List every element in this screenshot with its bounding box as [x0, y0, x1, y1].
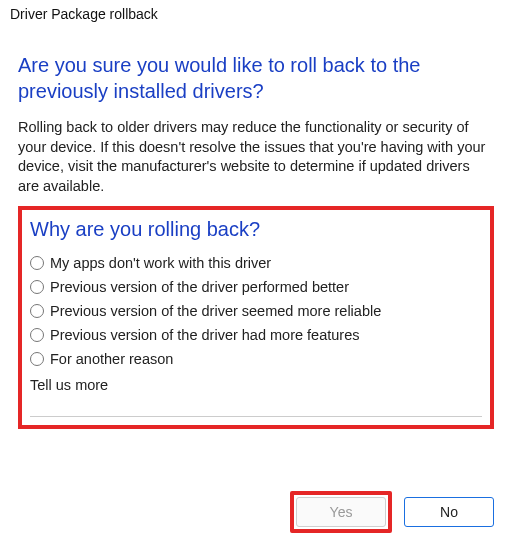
- window-title: Driver Package rollback: [0, 0, 512, 26]
- reason-option-apps[interactable]: My apps don't work with this driver: [30, 255, 482, 271]
- dialog-window: Driver Package rollback Are you sure you…: [0, 0, 512, 547]
- reason-radio-apps[interactable]: [30, 256, 44, 270]
- reason-radio-performed-better[interactable]: [30, 280, 44, 294]
- dialog-content: Are you sure you would like to roll back…: [0, 26, 512, 429]
- reason-label: Previous version of the driver seemed mo…: [50, 303, 381, 319]
- reason-heading: Why are you rolling back?: [30, 218, 482, 241]
- no-button[interactable]: No: [404, 497, 494, 527]
- reason-label: Previous version of the driver had more …: [50, 327, 359, 343]
- reason-option-performed-better[interactable]: Previous version of the driver performed…: [30, 279, 482, 295]
- dialog-buttons: Yes No: [290, 491, 494, 533]
- reason-radio-more-reliable[interactable]: [30, 304, 44, 318]
- reason-option-other[interactable]: For another reason: [30, 351, 482, 367]
- reason-label: For another reason: [50, 351, 173, 367]
- reason-section-highlight: Why are you rolling back? My apps don't …: [18, 206, 494, 429]
- headline-text: Are you sure you would like to roll back…: [18, 52, 494, 104]
- yes-button-highlight: Yes: [290, 491, 392, 533]
- tell-us-more-input[interactable]: [30, 397, 482, 417]
- reason-label: My apps don't work with this driver: [50, 255, 271, 271]
- reason-option-more-features[interactable]: Previous version of the driver had more …: [30, 327, 482, 343]
- reason-options: My apps don't work with this driver Prev…: [30, 255, 482, 367]
- yes-button[interactable]: Yes: [296, 497, 386, 527]
- tell-us-more-label: Tell us more: [30, 377, 482, 393]
- description-text: Rolling back to older drivers may reduce…: [18, 118, 494, 196]
- reason-radio-more-features[interactable]: [30, 328, 44, 342]
- reason-radio-other[interactable]: [30, 352, 44, 366]
- reason-label: Previous version of the driver performed…: [50, 279, 349, 295]
- reason-option-more-reliable[interactable]: Previous version of the driver seemed mo…: [30, 303, 482, 319]
